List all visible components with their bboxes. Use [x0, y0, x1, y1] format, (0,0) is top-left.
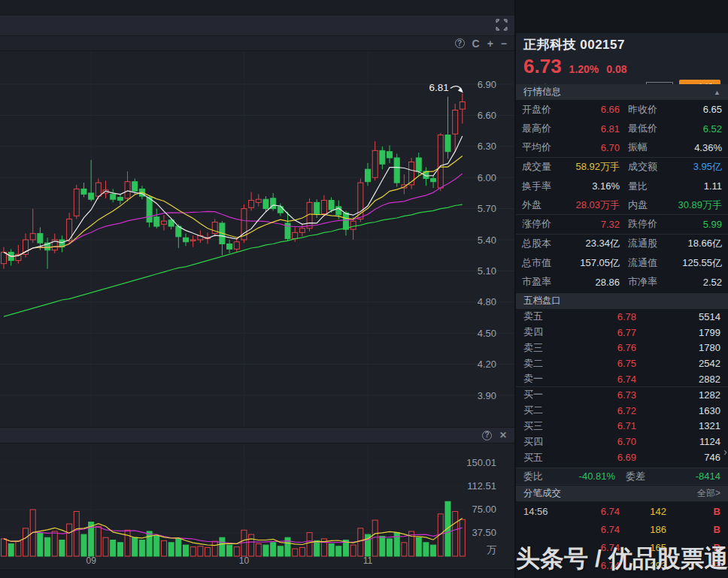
svg-text:3.90: 3.90	[478, 390, 496, 401]
tick-row: 14:566.74142B	[516, 502, 728, 520]
svg-text:4.50: 4.50	[478, 328, 496, 339]
svg-text:6.60: 6.60	[478, 110, 496, 121]
bid-row[interactable]: 买四6.701124	[516, 434, 728, 449]
volume-help-icon[interactable]: ?	[482, 431, 492, 440]
panel-collapse-chevron-icon[interactable]: ›	[723, 445, 727, 458]
svg-text:5.10: 5.10	[478, 265, 496, 277]
weibi-value: -40.81%	[558, 471, 615, 482]
svg-text:4.20: 4.20	[478, 359, 496, 370]
change-absolute: 0.08	[606, 63, 626, 75]
svg-text:6.00: 6.00	[478, 172, 496, 183]
chart-subbar: ? C + −	[0, 36, 514, 51]
info-row: 换手率3.16%量比1.11	[516, 177, 728, 196]
fullscreen-expand-icon[interactable]	[493, 17, 510, 35]
ask-row[interactable]: 卖一6.742882	[516, 371, 728, 387]
bottom-strip	[0, 568, 514, 578]
svg-text:10: 10	[239, 555, 250, 566]
tick-row: 6.74186B	[516, 520, 728, 538]
weicha-value: -8414	[663, 471, 720, 482]
collapse-arrow-icon[interactable]: ▲	[714, 89, 720, 96]
view-all-link[interactable]: 全部>	[697, 487, 720, 500]
bid-row[interactable]: 买五6.69746	[516, 449, 728, 465]
price-line: 6.73 1.20% 0.08	[523, 55, 720, 78]
bid-row[interactable]: 买二6.721630	[516, 403, 728, 419]
stock-title: 正邦科技 002157	[523, 36, 720, 53]
svg-text:09: 09	[86, 555, 96, 566]
top-strip	[0, 0, 514, 17]
refresh-icon[interactable]: C	[472, 38, 480, 49]
quote-panel: 正邦科技 002157 6.73 1.20% 0.08 已收盘 11-21 15…	[516, 0, 728, 578]
chart-toolbar	[0, 17, 514, 36]
svg-text:5.70: 5.70	[478, 203, 496, 214]
info-row: 平均价6.70振幅4.36%	[516, 138, 728, 158]
info-row: 市盈率28.86市净率2.52	[516, 273, 728, 292]
tick-row: 6.74393B	[516, 556, 728, 574]
bid-row[interactable]: 买一6.731282	[516, 387, 728, 403]
info-row: 外盘28.03万手内盘30.89万手	[516, 196, 728, 216]
tick-trades-table: 14:566.74142B 6.74186B 6.74165B 6.74393B…	[516, 502, 728, 578]
info-row: 最高价6.81最低价6.52	[516, 120, 728, 139]
info-row: 总市值157.05亿流通值125.55亿	[516, 253, 728, 273]
zoom-in-icon[interactable]: +	[487, 38, 493, 49]
market-info-table: 开盘价6.66昨收价6.65 最高价6.81最低价6.52 平均价6.70振幅4…	[516, 100, 728, 292]
order-book-title: 五档盘口	[523, 295, 561, 307]
stock-app-window: ? C + − 6.906.606.306.005.705.405.104.80…	[0, 0, 728, 578]
order-book-section-header: 五档盘口	[516, 293, 728, 309]
svg-text:112.51: 112.51	[467, 480, 496, 492]
volume-panel-header: ? ✕	[0, 427, 514, 443]
volume-chart[interactable]: 091011150.01112.5175.0037.50万	[0, 443, 514, 568]
last-price: 6.73	[523, 55, 562, 78]
stock-header: 正邦科技 002157 6.73 1.20% 0.08 已收盘 11-21 15…	[516, 33, 728, 84]
tick-row: 6.74165B	[516, 538, 728, 556]
svg-text:5.40: 5.40	[478, 235, 496, 246]
info-row: 开盘价6.66昨收价6.65	[516, 100, 728, 120]
svg-text:万: 万	[487, 544, 496, 555]
svg-text:11: 11	[363, 555, 373, 566]
ask-row[interactable]: 卖五6.785514	[516, 309, 728, 325]
stock-code: 002157	[580, 38, 625, 52]
tick-row: 6.73170S	[516, 574, 728, 578]
svg-text:75.00: 75.00	[472, 504, 496, 515]
ask-row[interactable]: 卖三6.761780	[516, 340, 728, 356]
stock-name: 正邦科技	[523, 38, 576, 52]
order-book-table: 卖五6.785514 卖四6.771799 卖三6.761780 卖二6.752…	[516, 309, 728, 465]
candlestick-chart[interactable]: 6.906.606.306.005.705.405.104.804.504.20…	[0, 51, 514, 427]
zoom-out-icon[interactable]: −	[501, 38, 507, 49]
bid-row[interactable]: 买三6.711321	[516, 419, 728, 434]
info-row: 总股本23.34亿流通股18.66亿	[516, 235, 728, 254]
svg-text:37.50: 37.50	[472, 527, 496, 538]
market-info-section-header: 行情信息 ▲	[516, 84, 728, 100]
quote-panel-top-strip	[516, 0, 728, 33]
svg-text:6.30: 6.30	[478, 141, 496, 152]
help-icon[interactable]: ?	[455, 38, 465, 48]
ask-row[interactable]: 卖二6.752542	[516, 356, 728, 371]
high-annotation: 6.81	[429, 82, 449, 93]
volume-close-icon[interactable]: ✕	[499, 430, 507, 440]
info-row: 成交量58.92万手成交额3.95亿	[516, 158, 728, 177]
change-percent: 1.20%	[569, 63, 599, 75]
market-info-title: 行情信息	[523, 86, 561, 98]
tick-trades-title: 分笔成交	[523, 487, 561, 500]
ask-row[interactable]: 卖四6.771799	[516, 325, 728, 340]
svg-text:150.01: 150.01	[466, 457, 496, 468]
info-row: 涨停价7.32跌停价5.99	[516, 215, 728, 235]
svg-text:4.80: 4.80	[478, 296, 496, 307]
svg-text:6.90: 6.90	[478, 79, 496, 90]
commission-summary: 委比 -40.81% 委差 -8414	[516, 468, 728, 485]
tick-trades-section-header: 分笔成交 全部>	[516, 486, 728, 501]
chart-area: ? C + − 6.906.606.306.005.705.405.104.80…	[0, 0, 514, 578]
